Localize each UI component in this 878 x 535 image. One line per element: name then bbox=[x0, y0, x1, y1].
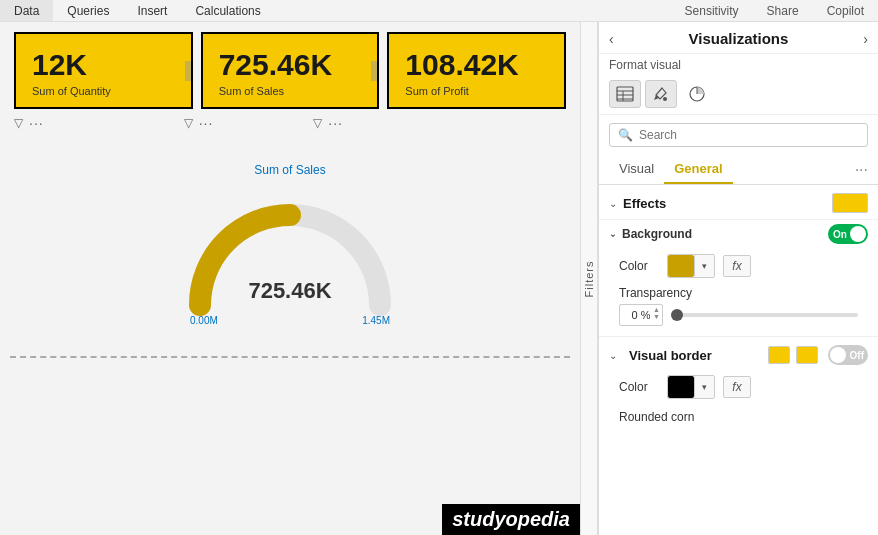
rounded-corners-label: Rounded corn bbox=[619, 410, 694, 424]
resize-handle-quantity[interactable] bbox=[185, 61, 191, 81]
menu-copilot[interactable]: Copilot bbox=[813, 2, 878, 20]
fx-button-color[interactable]: fx bbox=[723, 255, 751, 277]
format-visual-label: Format visual bbox=[599, 54, 878, 74]
watermark: studyopedia bbox=[442, 504, 580, 535]
tab-general[interactable]: General bbox=[664, 155, 732, 184]
resize-handle-sales[interactable] bbox=[371, 61, 377, 81]
panel-content: ⌄ Effects ⌄ Background On bbox=[599, 185, 878, 535]
search-icon: 🔍 bbox=[618, 128, 633, 142]
dotted-separator bbox=[10, 356, 570, 358]
vb-color-swatch1[interactable] bbox=[768, 346, 790, 364]
vb-toggle[interactable]: Off bbox=[828, 345, 868, 365]
format-icons-row bbox=[599, 74, 878, 115]
visual-border-section: ⌄ Visual border Off bbox=[599, 336, 878, 371]
filter-icon-1: ▽ bbox=[14, 116, 23, 130]
vb-chevron: ⌄ bbox=[609, 350, 617, 361]
transparency-control: 0 % ▲ ▼ bbox=[619, 304, 858, 326]
panel-expand-right[interactable]: › bbox=[863, 31, 868, 47]
effects-chevron: ⌄ bbox=[609, 198, 617, 209]
tabs-row: Visual General ··· bbox=[599, 155, 878, 185]
search-input[interactable] bbox=[639, 128, 859, 142]
color-row-vb: Color ▾ fx bbox=[599, 371, 878, 403]
filter-dots-3[interactable]: ··· bbox=[328, 115, 343, 131]
tabs-more[interactable]: ··· bbox=[855, 161, 868, 179]
right-panel: ‹ Visualizations › Format visual bbox=[598, 22, 878, 535]
color-dropdown-bg[interactable]: ▾ bbox=[694, 255, 714, 277]
gauge-labels: 0.00M 1.45M bbox=[190, 315, 390, 326]
effects-section-header[interactable]: ⌄ Effects bbox=[599, 185, 878, 219]
menu-sensitivity[interactable]: Sensitivity bbox=[671, 2, 753, 20]
vb-color-swatch2[interactable] bbox=[796, 346, 818, 364]
slider-thumb[interactable] bbox=[671, 309, 683, 321]
kpi-label-profit: Sum of Profit bbox=[405, 85, 548, 97]
top-bar: Data Queries Insert Calculations Sensiti… bbox=[0, 0, 878, 22]
menu-insert[interactable]: Insert bbox=[123, 0, 181, 21]
kpi-value-profit: 108.42K bbox=[405, 48, 548, 81]
color-swatch-bg[interactable] bbox=[668, 255, 694, 277]
filter-dots-2[interactable]: ··· bbox=[199, 115, 214, 131]
vb-toggle-knob bbox=[830, 347, 846, 363]
menu-calculations[interactable]: Calculations bbox=[181, 0, 274, 21]
gauge-min: 0.00M bbox=[190, 315, 218, 326]
percent-arrows[interactable]: ▲ ▼ bbox=[653, 306, 660, 320]
kpi-card-profit[interactable]: 108.42K Sum of Profit bbox=[387, 32, 566, 109]
background-title[interactable]: ⌄ Background bbox=[609, 227, 692, 241]
fx-button-vb[interactable]: fx bbox=[723, 376, 751, 398]
filters-label: Filters bbox=[583, 260, 595, 297]
filters-strip[interactable]: Filters bbox=[580, 22, 598, 535]
panel-header: ‹ Visualizations › bbox=[599, 22, 878, 54]
background-label: Background bbox=[622, 227, 692, 241]
menu-data[interactable]: Data bbox=[0, 0, 53, 21]
gauge-svg: 725.46K bbox=[180, 185, 400, 325]
background-header: ⌄ Background On bbox=[609, 224, 868, 244]
tab-visual[interactable]: Visual bbox=[609, 155, 664, 184]
svg-text:725.46K: 725.46K bbox=[248, 278, 331, 303]
toggle-off-label: Off bbox=[850, 350, 864, 361]
color-row-bg: Color ▾ fx bbox=[609, 250, 868, 282]
search-box[interactable]: 🔍 bbox=[609, 123, 868, 147]
kpi-card-sales[interactable]: 725.46K Sum of Sales bbox=[201, 32, 380, 109]
gauge-title: Sum of Sales bbox=[254, 163, 325, 177]
kpi-card-quantity[interactable]: 12K Sum of Quantity bbox=[14, 32, 193, 109]
kpi-row: 12K Sum of Quantity 725.46K Sum of Sales… bbox=[0, 22, 580, 109]
kpi-label-sales: Sum of Sales bbox=[219, 85, 362, 97]
color-dropdown-vb[interactable]: ▾ bbox=[694, 376, 714, 398]
transparency-slider[interactable] bbox=[671, 313, 858, 317]
filter-icon-3: ▽ bbox=[313, 116, 322, 130]
percent-value: 0 % bbox=[632, 309, 651, 321]
format-icon-paint[interactable] bbox=[645, 80, 677, 108]
filter-dots-1[interactable]: ··· bbox=[29, 115, 44, 131]
gauge-area: Sum of Sales 725.46K 0.00M 1.45M bbox=[0, 163, 580, 326]
transparency-row: Transparency 0 % ▲ ▼ bbox=[609, 282, 868, 330]
color-label: Color bbox=[619, 259, 659, 273]
gauge-max: 1.45M bbox=[362, 315, 390, 326]
toggle-on-label: On bbox=[833, 229, 847, 240]
svg-point-6 bbox=[663, 97, 667, 101]
main-layout: 12K Sum of Quantity 725.46K Sum of Sales… bbox=[0, 22, 878, 535]
color-swatch-vb[interactable] bbox=[668, 376, 694, 398]
menu-queries[interactable]: Queries bbox=[53, 0, 123, 21]
effects-title: Effects bbox=[623, 196, 824, 211]
background-chevron: ⌄ bbox=[609, 229, 617, 239]
background-section: ⌄ Background On Color ▾ fx bbox=[599, 219, 878, 336]
arrow-down[interactable]: ▼ bbox=[653, 313, 660, 320]
filter-icon-2: ▽ bbox=[184, 116, 193, 130]
vb-title: Visual border bbox=[629, 348, 762, 363]
menu-share[interactable]: Share bbox=[753, 2, 813, 20]
effects-color-swatch[interactable] bbox=[832, 193, 868, 213]
format-icon-table[interactable] bbox=[609, 80, 641, 108]
format-icon-chart[interactable] bbox=[681, 80, 713, 108]
kpi-value-sales: 725.46K bbox=[219, 48, 362, 81]
kpi-label-quantity: Sum of Quantity bbox=[32, 85, 175, 97]
transparency-label: Transparency bbox=[619, 286, 858, 300]
color-label-vb: Color bbox=[619, 380, 659, 394]
percent-input[interactable]: 0 % ▲ ▼ bbox=[619, 304, 663, 326]
background-toggle[interactable]: On bbox=[828, 224, 868, 244]
toggle-knob bbox=[850, 226, 866, 242]
canvas-area: 12K Sum of Quantity 725.46K Sum of Sales… bbox=[0, 22, 580, 535]
panel-collapse-left[interactable]: ‹ bbox=[609, 31, 614, 47]
arrow-up[interactable]: ▲ bbox=[653, 306, 660, 313]
panel-title: Visualizations bbox=[689, 30, 789, 47]
kpi-value-quantity: 12K bbox=[32, 48, 175, 81]
